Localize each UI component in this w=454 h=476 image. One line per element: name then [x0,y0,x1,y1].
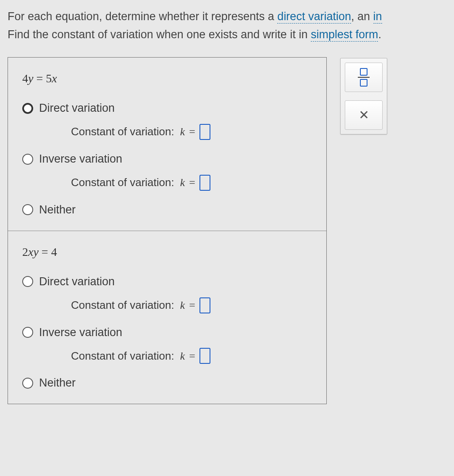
q1-option-inverse[interactable]: Inverse variation [22,150,312,168]
question-panel: 4y = 5x Direct variation Constant of var… [8,57,327,404]
option-label: Inverse variation [39,150,122,168]
constant-label: Constant of variation: [71,297,174,314]
answer-input[interactable] [199,175,210,191]
option-label: Neither [39,374,76,392]
answer-input[interactable] [199,124,210,140]
equals-sign: = [189,174,195,192]
equation-2: 2xy = 4 [22,243,312,262]
equation-1: 4y = 5x [22,69,312,88]
radio-icon [22,327,33,338]
instr-line2-post: . [378,28,381,41]
q2-option-inverse[interactable]: Inverse variation [22,323,312,342]
radio-icon [22,204,33,215]
instr-line1-pre: For each equation, determine whether it … [8,10,277,23]
q2-option-neither[interactable]: Neither [22,374,312,392]
option-label: Inverse variation [39,323,122,342]
answer-input[interactable] [199,297,210,313]
q2-option-direct[interactable]: Direct variation [22,273,312,291]
instr-line1-mid: , an [351,10,373,23]
instructions-block: For each equation, determine whether it … [8,8,454,44]
answer-input[interactable] [199,348,210,364]
constant-label: Constant of variation: [71,123,174,141]
q2-inverse-constant: Constant of variation: k = [71,347,312,365]
fraction-icon [358,68,370,87]
link-truncated[interactable]: in [373,10,382,24]
q1-option-neither[interactable]: Neither [22,201,312,219]
k-var: k [180,123,185,141]
tool-panel: ✕ [340,58,387,134]
radio-icon [22,103,33,114]
radio-icon [22,378,33,389]
option-label: Neither [39,201,76,219]
q1-inverse-constant: Constant of variation: k = [71,174,312,192]
equals-sign: = [189,123,195,141]
link-simplest-form[interactable]: simplest form [311,28,378,42]
question-1: 4y = 5x Direct variation Constant of var… [8,58,326,231]
option-label: Direct variation [39,273,115,291]
close-button[interactable]: ✕ [345,100,383,130]
constant-label: Constant of variation: [71,347,174,365]
k-var: k [180,347,185,365]
equals-sign: = [189,347,195,365]
fraction-button[interactable] [345,63,383,92]
q1-option-direct[interactable]: Direct variation [22,99,312,117]
equals-sign: = [189,297,195,314]
option-label: Direct variation [39,99,115,117]
k-var: k [180,174,185,192]
k-var: k [180,297,185,314]
constant-label: Constant of variation: [71,174,174,192]
q1-direct-constant: Constant of variation: k = [71,123,312,141]
close-icon: ✕ [359,105,369,125]
radio-icon [22,154,33,165]
question-2: 2xy = 4 Direct variation Constant of var… [8,231,326,404]
instr-line2-pre: Find the constant of variation when one … [8,28,311,41]
link-direct-variation[interactable]: direct variation [277,10,351,24]
q2-direct-constant: Constant of variation: k = [71,297,312,314]
radio-icon [22,276,33,287]
